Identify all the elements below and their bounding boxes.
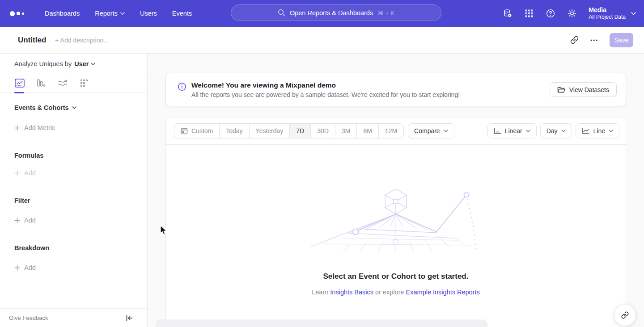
example-reports-link[interactable]: Example Insights Reports [406, 289, 480, 296]
date-range-30d[interactable]: 30D [311, 124, 335, 138]
plus-icon [14, 125, 20, 131]
date-range-7d[interactable]: 7D [290, 124, 311, 138]
chevron-down-icon [91, 63, 95, 65]
nav-reports[interactable]: Reports [95, 10, 125, 17]
bottom-panel-edge[interactable] [156, 320, 487, 327]
empty-state-heading: Select an Event or Cohort to get started… [166, 272, 626, 281]
more-horizontal-icon [590, 36, 598, 44]
settings-gear-icon[interactable] [567, 8, 577, 18]
more-options-button[interactable] [586, 33, 602, 48]
view-datasets-label: View Datasets [569, 86, 609, 93]
tab-insights-line[interactable] [14, 74, 25, 92]
project-switcher[interactable]: Media All Project Data [589, 6, 636, 21]
linear-axis-icon [494, 128, 501, 134]
demo-banner: Welcome! You are viewing a Mixpanel demo… [165, 73, 626, 106]
metrics-grid-tab-icon [80, 79, 89, 88]
report-header: Untitled + Add description... Save [0, 27, 644, 54]
query-builder-sidebar: Analyze Uniques by User [0, 54, 148, 327]
date-range-selector: Custom Today Yesterday 7D 30D 3M 6M 12M [174, 123, 404, 138]
events-cohorts-label: Events & Cohorts [14, 104, 69, 111]
info-icon [178, 82, 186, 91]
collapse-sidebar-button[interactable] [126, 315, 133, 321]
interval-label: Day [547, 127, 558, 134]
line-chart-icon [582, 128, 590, 134]
apps-grid-icon[interactable] [524, 8, 534, 18]
plus-icon [14, 265, 20, 271]
nav-events[interactable]: Events [172, 10, 192, 17]
date-range-custom[interactable]: Custom [174, 124, 220, 138]
filter-header: Filter [14, 197, 147, 204]
banner-subtitle: All the reports you see are powered by a… [191, 91, 550, 98]
analyze-entity-dropdown[interactable]: User [74, 60, 95, 67]
nav-users-label: Users [140, 10, 157, 17]
date-range-30d-label: 30D [317, 127, 329, 134]
scale-dropdown[interactable]: Linear [487, 123, 537, 138]
tab-metrics-grid[interactable] [79, 74, 89, 92]
chevron-down-icon [120, 12, 125, 15]
breakdown-label: Breakdown [14, 244, 49, 252]
folder-icon [557, 86, 565, 93]
add-formula-label: Add [24, 169, 36, 176]
save-button[interactable]: Save [610, 33, 633, 47]
analyze-label: Analyze Uniques by [14, 60, 72, 67]
nav-dashboards-label: Dashboards [45, 10, 80, 17]
tab-flow[interactable] [57, 74, 68, 92]
link-icon [621, 311, 629, 319]
insights-chart-card: Custom Today Yesterday 7D 30D 3M 6M 12M … [165, 117, 626, 327]
link-icon [570, 36, 579, 44]
scale-label: Linear [505, 127, 522, 134]
compare-label: Compare [414, 127, 440, 134]
give-feedback-link[interactable]: Give Feedback [9, 314, 48, 321]
nav-dashboards[interactable]: Dashboards [45, 10, 80, 17]
date-range-yesterday[interactable]: Yesterday [250, 124, 290, 138]
report-description-placeholder[interactable]: + Add description... [55, 37, 108, 44]
date-range-12m-label: 12M [385, 127, 397, 134]
analysis-tabs [0, 74, 147, 92]
chevron-down-icon [561, 130, 566, 132]
empty-state: Select an Event or Cohort to get started… [166, 145, 626, 296]
chart-type-label: Line [593, 127, 605, 134]
copy-link-button[interactable] [567, 33, 582, 48]
add-breakdown-button[interactable]: Add [14, 264, 147, 271]
date-range-yesterday-label: Yesterday [256, 127, 284, 134]
analyze-uniques-row: Analyze Uniques by User [0, 54, 147, 74]
nav-reports-label: Reports [95, 10, 118, 17]
tab-bar-chart[interactable] [36, 74, 47, 92]
top-nav: Dashboards Reports Users Events Open Rep… [0, 0, 644, 27]
date-range-3m[interactable]: 3M [335, 124, 357, 138]
global-search-input[interactable]: Open Reports & Dashboards ⌘ + K [231, 4, 441, 21]
insights-basics-link[interactable]: Insights Basics [330, 289, 373, 296]
add-filter-label: Add [24, 217, 36, 224]
date-range-today[interactable]: Today [220, 124, 249, 138]
plus-icon [14, 170, 20, 176]
search-icon [278, 9, 285, 17]
report-title[interactable]: Untitled [18, 36, 46, 45]
chart-controls: Custom Today Yesterday 7D 30D 3M 6M 12M … [166, 117, 626, 145]
interval-dropdown[interactable]: Day [540, 123, 572, 138]
add-metric-label: Add Metric [24, 124, 55, 131]
chart-type-dropdown[interactable]: Line [576, 123, 619, 138]
data-management-icon[interactable] [503, 8, 513, 18]
date-range-6m[interactable]: 6M [357, 124, 378, 138]
view-datasets-button[interactable]: View Datasets [550, 82, 617, 97]
bar-chart-tab-icon [36, 79, 46, 88]
search-placeholder: Open Reports & Dashboards [290, 9, 373, 17]
formulas-label: Formulas [14, 152, 43, 159]
breakdown-header: Breakdown [14, 244, 147, 252]
add-formula-button[interactable]: Add [14, 169, 147, 176]
empty-state-illustration [311, 188, 481, 256]
nav-users[interactable]: Users [140, 10, 157, 17]
add-filter-button[interactable]: Add [14, 217, 147, 224]
plus-icon [14, 218, 20, 223]
help-icon[interactable] [546, 8, 555, 18]
search-shortcut: ⌘ + K [377, 9, 394, 17]
events-cohorts-header[interactable]: Events & Cohorts [14, 104, 147, 111]
report-canvas: Welcome! You are viewing a Mixpanel demo… [148, 54, 644, 327]
share-link-fab[interactable] [614, 304, 636, 326]
date-range-12m[interactable]: 12M [379, 124, 403, 138]
learn-prefix: Learn [312, 289, 328, 296]
compare-dropdown[interactable]: Compare [408, 123, 454, 138]
add-metric-button[interactable]: Add Metric [14, 124, 147, 131]
date-range-today-label: Today [226, 127, 242, 134]
mixpanel-logo[interactable] [10, 11, 30, 16]
